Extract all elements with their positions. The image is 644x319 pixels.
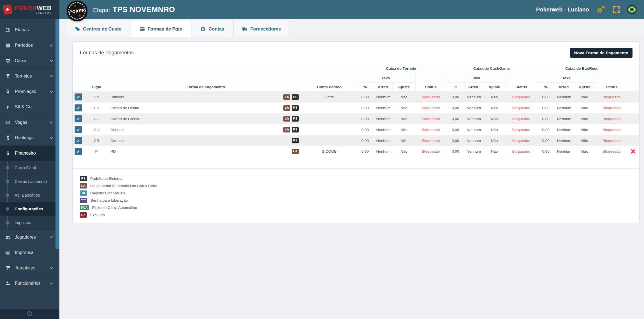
- logo: ♣ POKERWEB EVENTOS: [0, 0, 59, 19]
- legend-row-fca: FCAFluxo de Caixa Automático: [80, 205, 632, 210]
- sidebar-item-jogadores[interactable]: Jogadores: [0, 230, 59, 245]
- sidebar-item-financeiro[interactable]: $Financeiro: [0, 146, 59, 161]
- table-body: DNDinheiroLAPSCofre0,00NenhumNãoBloquead…: [73, 92, 639, 157]
- badge-ex: EX: [80, 212, 87, 218]
- legend-row-senha: ****Senha para Liberação: [80, 198, 632, 203]
- legend-row-ps: PSPadrão do Sistema: [80, 176, 632, 181]
- ajuste-value: Não: [393, 113, 416, 124]
- edit-button[interactable]: [75, 126, 82, 133]
- sidebar-item-funcionarios[interactable]: Funcionários: [0, 276, 59, 291]
- power-icon[interactable]: [27, 310, 33, 318]
- pct-value: 0,00: [446, 92, 465, 103]
- pct-value: 0,00: [537, 113, 555, 124]
- sidebar-item-premiacao[interactable]: Premiação: [0, 84, 59, 99]
- sidebar-nav: EtapasPeríodosCaixaTorneiosPremiaçãoSit …: [0, 19, 59, 309]
- pct-value: 0,00: [356, 92, 374, 103]
- edit-button[interactable]: [75, 104, 82, 111]
- sidebar-subitem-caixas-usuarios[interactable]: Caixas (Usuários): [0, 175, 59, 188]
- group-caixa-bar-rest: Caixa de Bar/Rest.: [537, 63, 627, 73]
- table-row-cartao-de-debito: CDCartão de DébitoLAPS0,00NenhumNãoBloqu…: [73, 103, 639, 113]
- cart-icon: [4, 58, 11, 63]
- col-pct: %: [537, 83, 555, 92]
- pct-value: 0,00: [356, 113, 374, 124]
- conta-value: Cofre: [303, 92, 356, 103]
- group-caixa-cashgame: Caixa de CashGame: [446, 63, 537, 73]
- person-icon: [4, 281, 11, 286]
- globe-icon: [4, 27, 11, 32]
- sigla-value: P: [84, 146, 109, 157]
- chevron-down-icon: [50, 89, 53, 93]
- arred-value: Nenhum: [374, 92, 392, 103]
- taxa-header: Taxa: [356, 73, 415, 83]
- pct-value: 0,00: [356, 124, 374, 135]
- sidebar-subitem-caixa-geral[interactable]: Caixa Geral: [0, 161, 59, 175]
- etapa-label: Etapa:: [93, 7, 110, 13]
- table-row-dinheiro: DNDinheiroLAPSCofre0,00NenhumNãoBloquead…: [73, 92, 639, 103]
- app: ♣ POKERWEB EVENTOS EtapasPeríodosCaixaTo…: [0, 0, 644, 319]
- taxa-header: Taxa: [537, 73, 596, 83]
- payment-methods-panel: Formas de Pagamentos Nova Forma de Pagam…: [72, 41, 640, 223]
- sidebar-item-caixa[interactable]: Caixa: [0, 53, 59, 69]
- ajuste-value: Não: [393, 135, 416, 146]
- sidebar-item-sit-go[interactable]: Sit & Go: [0, 99, 59, 115]
- card-icon: [140, 26, 145, 32]
- forma-value: Cheque: [110, 128, 124, 132]
- sidebar-subitem-ag-bancarios[interactable]: Ag. Bancários: [0, 188, 59, 202]
- edit-button[interactable]: [75, 93, 82, 101]
- sidebar-item-vagas[interactable]: Vagas: [0, 115, 59, 130]
- sidebar-scrollbar[interactable]: [55, 19, 59, 249]
- status-value: Bloqueado: [596, 103, 627, 113]
- brazil-flag-icon[interactable]: [627, 5, 637, 14]
- brand-sub: EVENTOS: [14, 12, 52, 14]
- edit-button[interactable]: [75, 148, 82, 155]
- arred-value: Nenhum: [555, 135, 573, 146]
- bolt-icon: [4, 104, 11, 110]
- tab-fornecedores[interactable]: Fornecedores: [233, 21, 289, 37]
- payment-methods-table: Sigla Forma de Pagamento Conta Padrão Ca…: [73, 63, 639, 157]
- badge-ps: PS: [292, 105, 299, 111]
- status-value: Bloqueado: [596, 124, 627, 135]
- award-icon: [4, 89, 11, 94]
- bullet-icon: [6, 180, 9, 183]
- arred-value: Nenhum: [555, 103, 573, 113]
- status-value: Bloqueado: [596, 135, 627, 146]
- sidebar-item-rankings[interactable]: Rankings: [0, 130, 59, 146]
- content: Formas de Pagamentos Nova Forma de Pagam…: [59, 37, 644, 319]
- col-arred: Arred.: [555, 83, 573, 92]
- status-value: Bloqueado: [415, 103, 446, 113]
- status-value: Bloqueado: [415, 146, 446, 157]
- users-icon: [4, 235, 11, 240]
- sigla-value: CD: [84, 103, 109, 113]
- sidebar-item-etapas[interactable]: Etapas: [0, 22, 59, 38]
- divider: [73, 168, 639, 169]
- tab-centros-de-custo[interactable]: Centros de Custo: [66, 21, 130, 37]
- badge-la: LA: [283, 127, 290, 132]
- ajuste-value: Não: [483, 113, 506, 124]
- new-payment-method-button[interactable]: Nova Forma de Pagamento: [570, 48, 633, 58]
- ajuste-value: Não: [573, 124, 596, 135]
- sidebar-item-imprensa[interactable]: Imprensa: [0, 245, 59, 260]
- ajuste-value: Não: [573, 135, 596, 146]
- col-ajuste: Ajuste: [573, 83, 596, 92]
- col-arred: Arred.: [374, 83, 392, 92]
- sidebar-item-templates[interactable]: Templates: [0, 260, 59, 276]
- settings-gears-icon[interactable]: [596, 5, 605, 14]
- sidebar-item-periodos[interactable]: Períodos: [0, 38, 59, 53]
- dollar-icon: $: [4, 151, 11, 156]
- edit-button[interactable]: [75, 137, 82, 144]
- delete-button[interactable]: [630, 148, 636, 154]
- group-caixa-torneio: Caixa de Torneio: [356, 63, 446, 73]
- tab-contas[interactable]: Contas: [192, 21, 233, 37]
- edit-button[interactable]: [75, 115, 82, 122]
- status-value: Bloqueado: [596, 92, 627, 103]
- fullscreen-expand-icon[interactable]: [612, 6, 620, 13]
- tab-formas-de-pgto[interactable]: Formas de Pgto: [131, 21, 191, 37]
- sidebar-item-torneios[interactable]: Torneios: [0, 69, 59, 84]
- status-value: Bloqueado: [506, 92, 537, 103]
- arred-value: Nenhum: [374, 146, 392, 157]
- sigla-value: CH: [84, 124, 109, 135]
- sidebar-subitem-impostos[interactable]: Impostos: [0, 216, 59, 230]
- sidebar-subitem-configuracoes[interactable]: Configurações: [0, 202, 59, 216]
- arred-value: Nenhum: [555, 92, 573, 103]
- chevron-down-icon: [50, 266, 53, 269]
